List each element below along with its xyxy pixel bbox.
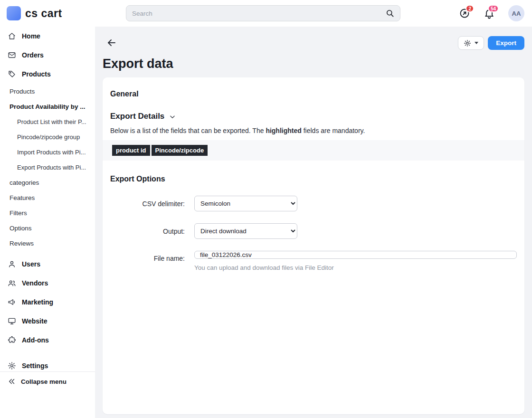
export-details-description: Below is a list of the fields that can b…	[110, 127, 517, 134]
collapse-menu-button[interactable]: Collapse menu	[8, 377, 95, 386]
main-content: Export Export data General Export Detail…	[95, 27, 532, 418]
sidebar-item-home[interactable]: Home	[0, 27, 95, 46]
export-card: General Export Details Below is a list o…	[103, 77, 524, 414]
sidebar: cs cart Home Orders Products Products Pr…	[0, 0, 95, 418]
sidebar-item-import-products-pincode[interactable]: Import Products with Pi...	[0, 144, 95, 160]
sidebar-nav: Home Orders Products Products Product Av…	[0, 27, 95, 375]
sidebar-item-export-products-pincode[interactable]: Export Products with Pi...	[0, 160, 95, 175]
sidebar-item-features[interactable]: Features	[0, 190, 95, 205]
sidebar-item-filters[interactable]: Filters	[0, 205, 95, 220]
updates-badge: 2	[466, 5, 474, 12]
sidebar-item-categories[interactable]: categories	[0, 175, 95, 190]
general-heading: General	[110, 90, 517, 98]
brand-logo-text: cs cart	[25, 7, 62, 20]
output-row: Output: Direct download	[110, 223, 517, 239]
chevron-down-icon	[169, 114, 176, 120]
output-select[interactable]: Direct download	[194, 223, 297, 239]
tag-icon	[8, 70, 16, 78]
sidebar-item-vendors[interactable]: Vendors	[0, 274, 95, 293]
chevron-down-icon	[475, 42, 478, 44]
sidebar-item-options[interactable]: Options	[0, 220, 95, 236]
topbar-actions: 2 54 AA	[459, 5, 524, 21]
sidebar-item-users[interactable]: Users	[0, 255, 95, 274]
sidebar-item-pincode-group[interactable]: Pincode/zipcode group	[0, 129, 95, 144]
output-label: Output:	[110, 228, 194, 235]
sidebar-item-product-list-pincode[interactable]: Product List with their P...	[0, 114, 95, 129]
file-name-hint: You can upload and download files via Fi…	[194, 264, 517, 271]
content-header: Export	[95, 27, 532, 50]
sidebar-item-products[interactable]: Products	[0, 65, 95, 84]
search-icon[interactable]	[385, 9, 395, 18]
sidebar-item-reviews[interactable]: Reviews	[0, 236, 95, 251]
envelope-icon	[8, 51, 16, 59]
gear-icon	[8, 361, 16, 370]
bell-icon[interactable]: 54	[484, 8, 495, 19]
csv-delimiter-select[interactable]: Semicolon	[194, 196, 297, 211]
home-icon	[8, 32, 16, 40]
sidebar-item-products-sub[interactable]: Products	[0, 84, 95, 99]
page-title: Export data	[103, 57, 524, 71]
export-fields-list: product id Pincode/zipcode	[103, 140, 524, 161]
topbar: 2 54 AA	[95, 0, 532, 27]
sidebar-footer: Collapse menu	[0, 371, 95, 418]
sidebar-item-addons[interactable]: Add-ons	[0, 331, 95, 350]
sidebar-item-marketing[interactable]: Marketing	[0, 293, 95, 312]
file-name-row: File name: You can upload and download f…	[110, 251, 517, 271]
sidebar-item-website[interactable]: Website	[0, 312, 95, 331]
user-icon	[8, 260, 16, 268]
export-details-heading: Export Details	[110, 112, 164, 121]
sidebar-item-product-availability[interactable]: Product Availability by ...	[0, 99, 95, 114]
brand-logo[interactable]: cs cart	[0, 0, 95, 27]
double-chevron-left-icon	[8, 377, 16, 386]
csv-delimiter-row: CSV delimiter: Semicolon	[110, 196, 517, 211]
field-tag: product id	[112, 145, 150, 156]
notifications-badge: 54	[488, 5, 499, 12]
csv-delimiter-label: CSV delimiter:	[110, 200, 194, 208]
monitor-icon	[8, 317, 16, 325]
search-bar	[126, 5, 400, 21]
megaphone-icon	[8, 298, 16, 306]
avatar[interactable]: AA	[508, 5, 524, 21]
file-name-label: File name:	[110, 251, 194, 262]
field-tag: Pincode/zipcode	[152, 145, 208, 156]
header-actions: Export	[458, 36, 524, 50]
sidebar-item-orders[interactable]: Orders	[0, 46, 95, 65]
export-options-form: CSV delimiter: Semicolon Output: Direct …	[110, 196, 517, 271]
search-input[interactable]	[126, 5, 400, 21]
file-name-input[interactable]	[194, 251, 517, 259]
export-options-heading: Export Options	[110, 175, 517, 183]
gear-icon	[464, 39, 471, 47]
puzzle-icon	[8, 336, 16, 344]
export-button[interactable]: Export	[488, 36, 524, 50]
settings-dropdown-button[interactable]	[458, 36, 484, 50]
updates-icon[interactable]: 2	[459, 8, 470, 19]
export-details-toggle[interactable]: Export Details	[110, 112, 517, 121]
brand-logo-icon	[7, 6, 21, 20]
back-button[interactable]	[105, 37, 118, 49]
people-icon	[8, 279, 16, 287]
